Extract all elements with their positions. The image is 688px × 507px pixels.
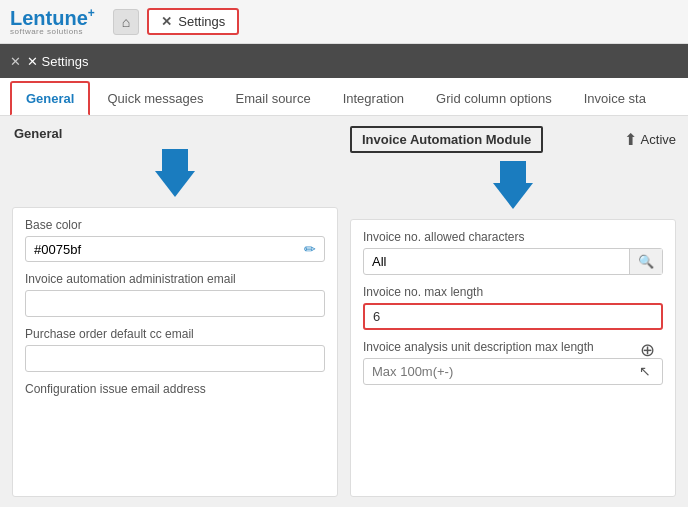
base-color-field: ✏ [25,236,325,262]
logo-text: Lentune+ [10,7,95,28]
left-arrow [155,149,195,197]
home-button[interactable]: ⌂ [113,9,139,35]
left-panel: General Base color ✏ Invoice automation … [12,126,338,497]
max-length-label: Invoice no. max length [363,285,663,299]
settings-tab-top[interactable]: ✕ Settings [147,8,239,35]
arrow-cursor-icon: ↖ [639,363,651,379]
search-button[interactable]: 🔍 [629,249,662,274]
left-form-box: Base color ✏ Invoice automation administ… [12,207,338,497]
max-length-field [363,303,663,330]
logo: Lentune+ software solutions [10,7,95,36]
left-panel-header: General [12,126,338,141]
invoice-module-box: Invoice Automation Module [350,126,543,153]
tab-integration[interactable]: Integration [328,82,419,115]
admin-email-label: Invoice automation administration email [25,272,325,286]
content-area: General Base color ✏ Invoice automation … [0,116,688,507]
pencil-icon[interactable]: ✏ [304,241,316,257]
close-icon: ✕ [161,14,172,29]
top-bar: Lentune+ software solutions ⌂ ✕ Settings [0,0,688,44]
analysis-input[interactable] [372,364,654,379]
settings-tab-secondary[interactable]: ✕ ✕ Settings [10,54,89,69]
right-form-box: Invoice no. allowed characters 🔍 Invoice… [350,219,676,497]
admin-email-input[interactable] [34,296,316,311]
allowed-chars-label: Invoice no. allowed characters [363,230,663,244]
second-bar: ✕ ✕ Settings [0,44,688,78]
admin-email-field [25,290,325,317]
logo-sub: software solutions [10,28,95,36]
right-arrow [493,161,533,209]
analysis-field [363,358,663,385]
po-email-field [25,345,325,372]
po-email-input[interactable] [34,351,316,366]
settings-label-secondary: ✕ Settings [27,54,89,69]
base-color-input[interactable] [34,242,298,257]
cursor-icon: ⬆ [624,130,637,149]
tab-grid-column-options[interactable]: Grid column options [421,82,567,115]
move-cursor-icon: ⊕ [640,339,655,361]
analysis-field-container: ⊕ ↖ [363,358,663,385]
nav-tabs: General Quick messages Email source Inte… [0,78,688,116]
active-label-container: ⬆ Active [624,130,676,149]
po-email-label: Purchase order default cc email [25,327,325,341]
max-length-input[interactable] [373,309,653,324]
active-text: Active [641,132,676,147]
base-color-label: Base color [25,218,325,232]
tab-general[interactable]: General [10,81,90,116]
allowed-chars-field: 🔍 [363,248,663,275]
close-icon-secondary: ✕ [10,54,21,69]
tab-quick-messages[interactable]: Quick messages [92,82,218,115]
tab-invoice-sta[interactable]: Invoice sta [569,82,661,115]
config-label: Configuration issue email address [25,382,325,396]
settings-tab-label: Settings [178,14,225,29]
right-panel-header: Invoice Automation Module ⬆ Active [350,126,676,153]
tab-email-source[interactable]: Email source [221,82,326,115]
right-panel: Invoice Automation Module ⬆ Active Invoi… [350,126,676,497]
analysis-label: Invoice analysis unit description max le… [363,340,663,354]
allowed-chars-input[interactable] [364,249,629,274]
